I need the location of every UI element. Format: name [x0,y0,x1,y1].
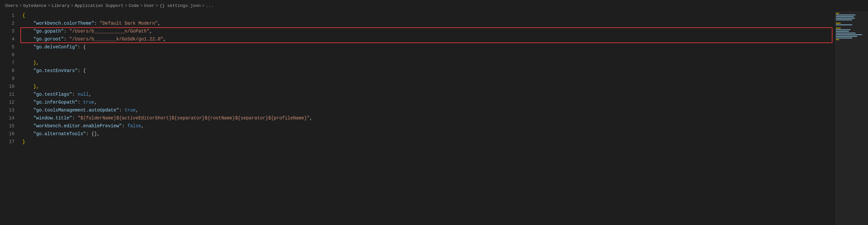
breadcrumb-sep-7: > [202,3,205,8]
code-line-13: "go.toolsManagement.autoUpdate": true, [20,106,868,114]
minimap-line-17 [836,39,839,40]
breadcrumb-bytedance[interactable]: bytedance [23,3,46,8]
minimap-line-10 [836,28,841,29]
breadcrumb-library[interactable]: Library [52,3,70,8]
code-line-7: }, [20,59,868,67]
line-number-12: 12 [0,99,14,106]
code-content[interactable]: { "workbench.colorTheme": "Default Dark … [20,11,868,225]
editor-container: 1234567891011121314151617 { "workbench.c… [0,11,868,225]
minimap-line-7 [836,23,841,24]
code-line-10: }, [20,83,868,90]
code-line-3: "go.gopath": "/Users/b___________n/GoPat… [20,27,868,35]
breadcrumb-sep-6: > [156,3,158,8]
breadcrumb-appsupport[interactable]: Application Support [74,3,123,8]
minimap-line-1 [836,13,839,14]
line-number-5: 5 [0,43,14,51]
breadcrumb-bar: Users > bytedance > Library > Applicatio… [0,0,868,11]
minimap-line-13 [836,33,856,33]
minimap-line-5 [836,20,852,20]
breadcrumb-user[interactable]: User [144,3,154,8]
code-line-15: "workbench.editor.enablePreview": false, [20,122,868,130]
minimap-line-14 [836,34,862,35]
breadcrumb-ellipsis[interactable]: ... [206,3,213,8]
code-line-8: "go.testEnvVars": { [20,67,868,75]
line-number-14: 14 [0,114,14,122]
minimap-line-12 [836,31,849,32]
code-line-2: "workbench.colorTheme": "Default Dark Mo… [20,20,868,27]
breadcrumb-users[interactable]: Users [5,3,18,8]
minimap-line-2 [836,15,856,16]
code-line-4: "go.goroot": "/Users/b________k/GoSdk/go… [20,35,868,43]
line-numbers: 1234567891011121314151617 [0,11,20,225]
breadcrumb-sep-1: > [20,3,22,8]
line-number-11: 11 [0,90,14,99]
code-line-1: { [20,11,868,20]
code-line-6 [20,51,868,59]
minimap [835,11,868,225]
code-line-12: "go.inferGopath": true, [20,99,868,106]
breadcrumb-sep-3: > [71,3,73,8]
line-number-4: 4 [0,35,14,43]
line-number-17: 17 [0,138,14,146]
breadcrumb-sep-4: > [125,3,128,8]
line-number-16: 16 [0,130,14,138]
line-number-8: 8 [0,67,14,75]
minimap-line-11 [836,29,850,30]
line-number-9: 9 [0,75,14,83]
breadcrumb-sep-2: > [48,3,50,8]
code-line-16: "go.alternateTools": {}, [20,130,868,138]
minimap-line-15 [836,36,857,37]
code-line-17: } [20,138,868,146]
line-number-1: 1 [0,11,14,20]
minimap-line-3 [836,16,854,17]
line-number-10: 10 [0,83,14,90]
line-number-7: 7 [0,59,14,67]
minimap-line-4 [836,18,855,19]
breadcrumb-code[interactable]: Code [129,3,139,8]
breadcrumb-sep-5: > [141,3,143,8]
minimap-line-8 [836,24,852,25]
code-line-9 [20,75,868,83]
minimap-line-16 [836,37,852,38]
line-number-2: 2 [0,20,14,27]
code-line-11: "go.testFlags": null, [20,90,868,99]
line-number-13: 13 [0,106,14,114]
code-line-14: "window.title": "${folderName}${activeEd… [20,114,868,122]
code-line-5: "go.delveConfig": { [20,43,868,51]
line-number-6: 6 [0,51,14,59]
line-number-15: 15 [0,122,14,130]
line-number-3: 3 [0,27,14,35]
breadcrumb-settings-json[interactable]: {} settings.json [159,3,200,8]
